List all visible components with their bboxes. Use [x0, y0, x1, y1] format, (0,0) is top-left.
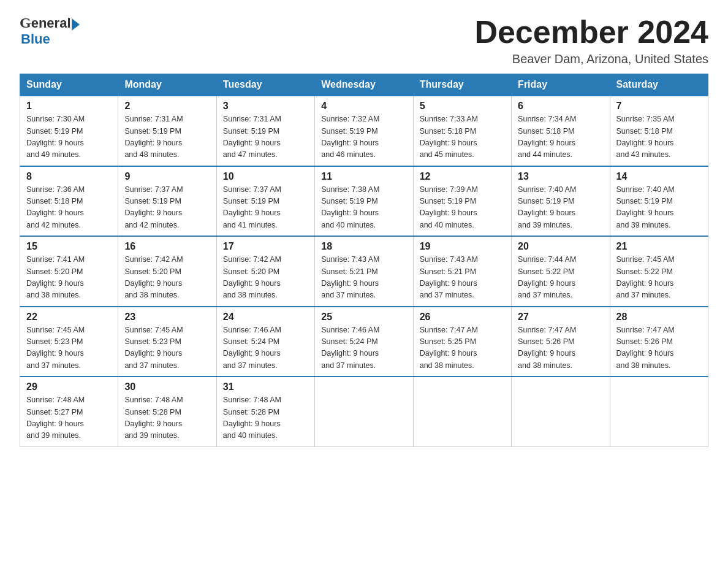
day-number: 18: [321, 241, 406, 252]
day-number: 17: [223, 241, 308, 252]
day-info: Sunrise: 7:40 AMSunset: 5:19 PMDaylight:…: [518, 184, 603, 232]
day-info: Sunrise: 7:31 AMSunset: 5:19 PMDaylight:…: [223, 113, 308, 161]
day-number: 6: [518, 101, 603, 112]
calendar-day-cell: 21Sunrise: 7:45 AMSunset: 5:22 PMDayligh…: [610, 236, 708, 307]
day-info: Sunrise: 7:38 AMSunset: 5:19 PMDaylight:…: [321, 184, 406, 232]
day-info: Sunrise: 7:48 AMSunset: 5:27 PMDaylight:…: [26, 394, 112, 442]
day-info: Sunrise: 7:45 AMSunset: 5:23 PMDaylight:…: [26, 324, 112, 372]
calendar-day-cell: 3Sunrise: 7:31 AMSunset: 5:19 PMDaylight…: [216, 96, 314, 166]
day-info: Sunrise: 7:37 AMSunset: 5:19 PMDaylight:…: [223, 184, 308, 232]
day-number: 30: [124, 381, 210, 393]
day-number: 24: [223, 312, 308, 323]
day-of-week-header: Thursday: [413, 74, 511, 96]
day-info: Sunrise: 7:45 AMSunset: 5:23 PMDaylight:…: [124, 324, 210, 372]
day-info: Sunrise: 7:47 AMSunset: 5:25 PMDaylight:…: [420, 324, 505, 372]
day-number: 2: [124, 101, 210, 112]
calendar-week-row: 15Sunrise: 7:41 AMSunset: 5:20 PMDayligh…: [20, 236, 708, 307]
calendar-day-cell: 29Sunrise: 7:48 AMSunset: 5:27 PMDayligh…: [20, 377, 118, 446]
logo-g: G: [20, 15, 31, 31]
day-number: 5: [420, 101, 505, 112]
calendar-header: SundayMondayTuesdayWednesdayThursdayFrid…: [20, 74, 708, 96]
calendar-day-cell: 16Sunrise: 7:42 AMSunset: 5:20 PMDayligh…: [118, 236, 216, 307]
calendar-day-cell: 17Sunrise: 7:42 AMSunset: 5:20 PMDayligh…: [216, 236, 314, 307]
calendar-day-cell: [413, 377, 511, 446]
calendar-day-cell: 30Sunrise: 7:48 AMSunset: 5:28 PMDayligh…: [118, 377, 216, 446]
day-of-week-header: Wednesday: [315, 74, 413, 96]
day-info: Sunrise: 7:44 AMSunset: 5:22 PMDaylight:…: [518, 254, 603, 302]
day-info: Sunrise: 7:45 AMSunset: 5:22 PMDaylight:…: [616, 254, 702, 302]
day-number: 8: [26, 171, 112, 182]
day-info: Sunrise: 7:39 AMSunset: 5:19 PMDaylight:…: [420, 184, 505, 232]
day-info: Sunrise: 7:42 AMSunset: 5:20 PMDaylight:…: [124, 254, 210, 302]
day-info: Sunrise: 7:30 AMSunset: 5:19 PMDaylight:…: [26, 113, 112, 161]
calendar-week-row: 29Sunrise: 7:48 AMSunset: 5:27 PMDayligh…: [20, 377, 708, 446]
logo-eneral: eneral: [31, 15, 71, 31]
calendar-day-cell: 7Sunrise: 7:35 AMSunset: 5:18 PMDaylight…: [610, 96, 708, 166]
calendar-day-cell: 23Sunrise: 7:45 AMSunset: 5:23 PMDayligh…: [118, 307, 216, 377]
day-info: Sunrise: 7:43 AMSunset: 5:21 PMDaylight:…: [321, 254, 406, 302]
logo-flag-icon: [72, 18, 80, 31]
day-of-week-header: Monday: [118, 74, 216, 96]
calendar-day-cell: 31Sunrise: 7:48 AMSunset: 5:28 PMDayligh…: [216, 377, 314, 446]
calendar-table: SundayMondayTuesdayWednesdayThursdayFrid…: [20, 74, 708, 447]
day-of-week-header: Sunday: [20, 74, 118, 96]
calendar-day-cell: 24Sunrise: 7:46 AMSunset: 5:24 PMDayligh…: [216, 307, 314, 377]
day-number: 19: [420, 241, 505, 252]
calendar-day-cell: 11Sunrise: 7:38 AMSunset: 5:19 PMDayligh…: [315, 166, 413, 237]
day-info: Sunrise: 7:47 AMSunset: 5:26 PMDaylight:…: [616, 324, 702, 372]
day-of-week-header: Tuesday: [216, 74, 314, 96]
day-number: 29: [26, 381, 112, 393]
day-info: Sunrise: 7:35 AMSunset: 5:18 PMDaylight:…: [616, 113, 702, 161]
calendar-day-cell: 2Sunrise: 7:31 AMSunset: 5:19 PMDaylight…: [118, 96, 216, 166]
calendar-day-cell: 10Sunrise: 7:37 AMSunset: 5:19 PMDayligh…: [216, 166, 314, 237]
calendar-day-cell: 4Sunrise: 7:32 AMSunset: 5:19 PMDaylight…: [315, 96, 413, 166]
day-number: 31: [223, 381, 308, 393]
day-number: 25: [321, 312, 406, 323]
day-number: 20: [518, 241, 603, 252]
calendar-day-cell: [610, 377, 708, 446]
day-number: 4: [321, 101, 406, 112]
calendar-day-cell: 6Sunrise: 7:34 AMSunset: 5:18 PMDaylight…: [512, 96, 610, 166]
page-header: G eneral Blue December 2024 Beaver Dam, …: [20, 15, 708, 66]
day-of-week-header: Saturday: [610, 74, 708, 96]
calendar-day-cell: 28Sunrise: 7:47 AMSunset: 5:26 PMDayligh…: [610, 307, 708, 377]
logo-blue-text: Blue: [21, 31, 50, 47]
calendar-day-cell: 12Sunrise: 7:39 AMSunset: 5:19 PMDayligh…: [413, 166, 511, 237]
calendar-day-cell: [315, 377, 413, 446]
day-number: 16: [124, 241, 210, 252]
calendar-week-row: 22Sunrise: 7:45 AMSunset: 5:23 PMDayligh…: [20, 307, 708, 377]
calendar-day-cell: 19Sunrise: 7:43 AMSunset: 5:21 PMDayligh…: [413, 236, 511, 307]
calendar-day-cell: 9Sunrise: 7:37 AMSunset: 5:19 PMDaylight…: [118, 166, 216, 237]
day-info: Sunrise: 7:34 AMSunset: 5:18 PMDaylight:…: [518, 113, 603, 161]
day-info: Sunrise: 7:48 AMSunset: 5:28 PMDaylight:…: [223, 394, 308, 442]
day-number: 1: [26, 101, 112, 112]
day-number: 21: [616, 241, 702, 252]
location-title: Beaver Dam, Arizona, United States: [474, 52, 708, 66]
day-info: Sunrise: 7:42 AMSunset: 5:20 PMDaylight:…: [223, 254, 308, 302]
month-title: December 2024: [474, 15, 708, 50]
calendar-day-cell: 5Sunrise: 7:33 AMSunset: 5:18 PMDaylight…: [413, 96, 511, 166]
calendar-day-cell: 22Sunrise: 7:45 AMSunset: 5:23 PMDayligh…: [20, 307, 118, 377]
day-number: 12: [420, 171, 505, 182]
day-number: 28: [616, 312, 702, 323]
day-of-week-header: Friday: [512, 74, 610, 96]
day-info: Sunrise: 7:37 AMSunset: 5:19 PMDaylight:…: [124, 184, 210, 232]
header-row: SundayMondayTuesdayWednesdayThursdayFrid…: [20, 74, 708, 96]
calendar-day-cell: 1Sunrise: 7:30 AMSunset: 5:19 PMDaylight…: [20, 96, 118, 166]
day-info: Sunrise: 7:46 AMSunset: 5:24 PMDaylight:…: [321, 324, 406, 372]
calendar-day-cell: [512, 377, 610, 446]
calendar-week-row: 1Sunrise: 7:30 AMSunset: 5:19 PMDaylight…: [20, 96, 708, 166]
title-block: December 2024 Beaver Dam, Arizona, Unite…: [474, 15, 708, 66]
day-number: 26: [420, 312, 505, 323]
calendar-day-cell: 20Sunrise: 7:44 AMSunset: 5:22 PMDayligh…: [512, 236, 610, 307]
calendar-day-cell: 13Sunrise: 7:40 AMSunset: 5:19 PMDayligh…: [512, 166, 610, 237]
calendar-day-cell: 18Sunrise: 7:43 AMSunset: 5:21 PMDayligh…: [315, 236, 413, 307]
day-number: 13: [518, 171, 603, 182]
day-info: Sunrise: 7:40 AMSunset: 5:19 PMDaylight:…: [616, 184, 702, 232]
day-number: 22: [26, 312, 112, 323]
day-number: 11: [321, 171, 406, 182]
calendar-day-cell: 27Sunrise: 7:47 AMSunset: 5:26 PMDayligh…: [512, 307, 610, 377]
day-info: Sunrise: 7:31 AMSunset: 5:19 PMDaylight:…: [124, 113, 210, 161]
day-info: Sunrise: 7:46 AMSunset: 5:24 PMDaylight:…: [223, 324, 308, 372]
logo: G eneral Blue: [20, 15, 80, 47]
